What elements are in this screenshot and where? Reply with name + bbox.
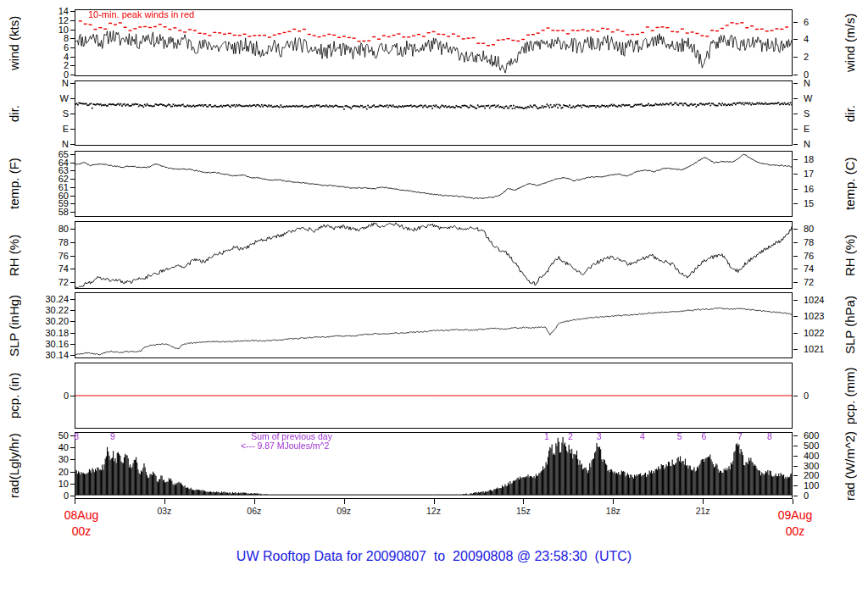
y-tick-label-right-rad: 400	[804, 451, 842, 461]
start-date-line2: 00z	[46, 524, 117, 540]
y-tick-left-temp	[70, 212, 75, 213]
y-tick-right-temp	[793, 189, 798, 190]
y-tick-left-rad	[70, 484, 75, 485]
axis-label-right-slp: SLP (hPa)	[839, 292, 860, 358]
panel-rh	[75, 221, 793, 289]
axis-label-left-temp: temp. (F)	[3, 151, 24, 217]
y-tick-label-left-dir: W	[25, 93, 69, 103]
y-tick-right-slp	[793, 300, 798, 301]
y-tick-label-left-rad: 10	[25, 479, 69, 489]
y-tick-label-right-rad: 600	[804, 430, 842, 441]
axis-label-right-rh: RH (%)	[839, 221, 860, 289]
uw-rooftop-meteogram: 08Aug 00z 09Aug 00z UW Rooftop Data for …	[0, 0, 868, 593]
y-tick-label-right-rh: 72	[804, 277, 842, 287]
y-tick-right-rad	[793, 456, 798, 457]
axis-label-right-pcp: pcp. (mm)	[839, 363, 860, 429]
x-tick-6	[254, 499, 255, 504]
axis-label-left-wind: wind (kts)	[3, 9, 24, 76]
y-tick-label-right-wind: 2	[804, 52, 842, 62]
y-tick-left-temp	[70, 179, 75, 180]
x-tick-0	[75, 499, 75, 504]
y-tick-label-right-temp: 16	[804, 184, 842, 194]
annotation-wind-0: 10-min. peak winds in red	[88, 9, 194, 19]
y-tick-right-rad	[793, 446, 798, 446]
panel-temp-plot	[75, 152, 792, 216]
y-tick-label-left-temp: 65	[25, 149, 69, 159]
panel-rh-plot	[75, 222, 792, 288]
y-tick-left-temp	[70, 163, 75, 163]
y-tick-label-left-dir: N	[25, 78, 69, 88]
y-tick-left-temp	[70, 203, 75, 204]
y-tick-right-rh	[793, 229, 798, 230]
y-tick-label-right-slp: 1023	[804, 311, 842, 321]
y-tick-right-rad	[793, 496, 798, 496]
panel-rad	[75, 432, 793, 499]
y-tick-right-rh	[793, 269, 798, 269]
y-tick-left-slp	[70, 310, 75, 311]
y-tick-left-slp	[70, 321, 75, 322]
axis-label-left-slp: SLP (inHg)	[3, 292, 24, 358]
y-tick-left-temp	[70, 187, 75, 188]
y-tick-left-dir	[70, 144, 75, 145]
y-tick-left-wind	[70, 47, 75, 48]
panel-rad-plot	[75, 433, 792, 498]
y-tick-right-dir	[793, 144, 798, 145]
axis-label-right-temp: temp. (C)	[839, 151, 860, 217]
y-tick-left-rad	[70, 496, 75, 496]
y-tick-label-left-slp: 30.16	[25, 339, 69, 349]
y-tick-label-left-slp: 30.22	[25, 305, 69, 315]
y-tick-label-right-slp: 1022	[804, 328, 842, 338]
y-tick-label-right-rh: 78	[804, 237, 842, 247]
y-tick-left-rh	[70, 242, 75, 243]
y-tick-label-left-rad: 40	[25, 442, 69, 452]
y-tick-left-wind	[70, 57, 75, 58]
y-tick-left-wind	[70, 75, 75, 75]
y-tick-label-left-wind: 4	[25, 52, 69, 62]
y-tick-label-left-wind: 6	[25, 42, 69, 53]
y-tick-left-wind	[70, 65, 75, 66]
y-tick-right-rh	[793, 282, 798, 283]
annotation-rad-11: 8	[767, 432, 772, 442]
y-tick-right-rad	[793, 475, 798, 476]
y-tick-right-rad	[793, 485, 798, 486]
annotation-rad-1: <--- 9.87 MJoules/m^2	[241, 441, 329, 452]
annotation-rad-2: 8	[74, 432, 79, 442]
y-tick-label-left-slp: 30.20	[25, 316, 69, 326]
y-tick-left-slp	[70, 344, 75, 345]
y-tick-label-left-rh: 72	[25, 277, 69, 287]
x-tick-3	[164, 499, 165, 504]
panel-dir-plot	[75, 81, 792, 145]
x-tick-label-15: 15z	[506, 506, 540, 516]
y-tick-label-left-rad: 50	[25, 430, 69, 441]
y-tick-right-dir	[793, 114, 798, 114]
annotation-rad-7: 4	[640, 432, 645, 442]
y-tick-right-slp	[793, 349, 798, 350]
x-tick-label-6: 06z	[237, 506, 271, 516]
axis-label-right-dir: dir.	[839, 80, 860, 146]
x-tick-label-9: 09z	[327, 506, 361, 516]
y-tick-label-left-rh: 80	[25, 224, 69, 234]
y-tick-label-right-slp: 1021	[804, 344, 842, 354]
y-tick-label-left-pcp: 0	[25, 391, 69, 401]
y-tick-label-left-wind: 8	[25, 33, 69, 43]
x-axis-end-date: 09Aug 00z	[760, 507, 831, 540]
y-tick-label-left-rad: 30	[25, 454, 69, 464]
x-tick-24	[793, 499, 793, 504]
y-tick-label-left-slp: 30.18	[25, 328, 69, 338]
y-tick-left-temp	[70, 154, 75, 155]
y-tick-label-left-slp: 30.14	[25, 350, 69, 360]
y-tick-label-left-rh: 78	[25, 237, 69, 247]
y-tick-left-wind	[70, 20, 75, 21]
y-tick-right-wind	[793, 57, 798, 58]
y-tick-left-pcp	[70, 396, 75, 396]
y-tick-left-dir	[70, 114, 75, 114]
y-tick-left-rad	[70, 472, 75, 473]
y-tick-left-temp	[70, 170, 75, 171]
y-tick-label-right-temp: 18	[804, 154, 842, 164]
chart-title: UW Rooftop Data for 20090807 to 20090808…	[0, 549, 868, 564]
end-date-line1: 09Aug	[760, 507, 831, 524]
y-tick-label-right-rh: 80	[804, 224, 842, 234]
panel-slp	[75, 292, 793, 358]
y-tick-label-right-slp: 1024	[804, 295, 842, 305]
y-tick-label-right-rad: 500	[804, 441, 842, 451]
